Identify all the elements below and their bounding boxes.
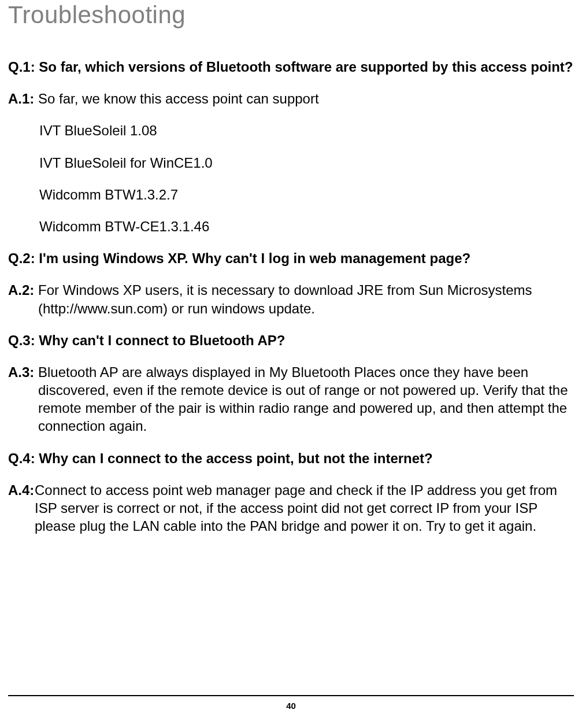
answer-sub-item: IVT BlueSoleil for WinCE1.0 bbox=[39, 154, 574, 172]
answer-sub-item: IVT BlueSoleil 1.08 bbox=[39, 121, 574, 139]
answer-line: A.2: For Windows XP users, it is necessa… bbox=[8, 281, 574, 317]
question-label: Q.4: bbox=[8, 449, 39, 467]
question-label: Q.1: bbox=[8, 58, 39, 76]
question-line: Q.3: Why can't I connect to Bluetooth AP… bbox=[8, 331, 574, 349]
answer-line: A.3: Bluetooth AP are always displayed i… bbox=[8, 363, 574, 435]
answer-sub-item: Widcomm BTW-CE1.3.1.46 bbox=[39, 217, 574, 235]
qa-container: Q.1: So far, which versions of Bluetooth… bbox=[8, 58, 574, 535]
answer-label: A.1: bbox=[8, 90, 38, 108]
answer-text: Bluetooth AP are always displayed in My … bbox=[38, 363, 574, 435]
answer-text: For Windows XP users, it is necessary to… bbox=[38, 281, 574, 317]
qa-block: Q.1: So far, which versions of Bluetooth… bbox=[8, 58, 574, 235]
question-line: Q.2: I'm using Windows XP. Why can't I l… bbox=[8, 249, 574, 267]
question-label: Q.2: bbox=[8, 249, 39, 267]
answer-text: Connect to access point web manager page… bbox=[35, 481, 574, 535]
answer-line: A.4: Connect to access point web manager… bbox=[8, 481, 574, 535]
question-text: I'm using Windows XP. Why can't I log in… bbox=[39, 249, 574, 267]
answer-text: So far, we know this access point can su… bbox=[38, 90, 574, 108]
qa-block: Q.2: I'm using Windows XP. Why can't I l… bbox=[8, 249, 574, 317]
answer-sub-item: Widcomm BTW1.3.2.7 bbox=[39, 186, 574, 204]
answer-label: A.4: bbox=[8, 481, 38, 535]
question-text: So far, which versions of Bluetooth soft… bbox=[39, 58, 574, 76]
answer-line: A.1: So far, we know this access point c… bbox=[8, 90, 574, 108]
qa-block: Q.3: Why can't I connect to Bluetooth AP… bbox=[8, 331, 574, 435]
page-footer: 40 bbox=[8, 695, 574, 711]
question-line: Q.4: Why can I connect to the access poi… bbox=[8, 449, 574, 467]
question-text: Why can't I connect to Bluetooth AP? bbox=[39, 331, 574, 349]
page-number: 40 bbox=[8, 701, 574, 711]
question-label: Q.3: bbox=[8, 331, 39, 349]
footer-divider bbox=[8, 695, 574, 696]
page-title: Troubleshooting bbox=[8, 1, 574, 29]
question-text: Why can I connect to the access point, b… bbox=[39, 449, 574, 467]
question-line: Q.1: So far, which versions of Bluetooth… bbox=[8, 58, 574, 76]
answer-label: A.2: bbox=[8, 281, 38, 317]
answer-label: A.3: bbox=[8, 363, 38, 435]
qa-block: Q.4: Why can I connect to the access poi… bbox=[8, 449, 574, 535]
